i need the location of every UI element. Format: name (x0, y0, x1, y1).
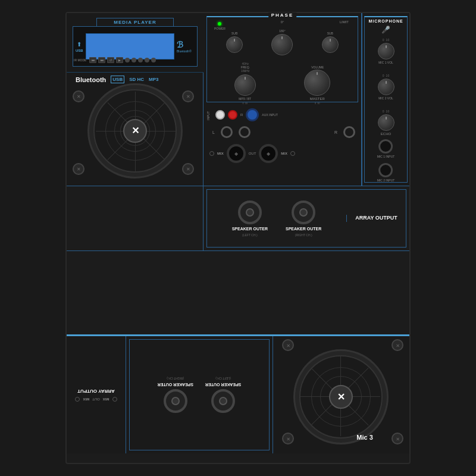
jack-l[interactable] (221, 126, 233, 138)
phase-main-knob[interactable] (271, 34, 293, 55)
speaker-right-group: SPEAKER OUTER (RIGHT CH.) (286, 201, 321, 237)
mic-panel: MICROPHONE 🎤 010 MIC 1 VOL 010 MIC 2 VOL (362, 13, 409, 186)
bluetooth-feature-label: Bluetooth (76, 76, 106, 83)
mic2-vol-label: MIC 2 VOL (378, 96, 393, 100)
mic2-input-jack[interactable] (378, 163, 393, 177)
sub-left-label: SUB (231, 32, 237, 35)
sub-left-knob[interactable] (226, 36, 243, 53)
array-output-panel: ARRAY OUTPUT (346, 215, 406, 222)
bluetooth-text: Bluetooth® (177, 49, 195, 53)
phase-label: PHASE (268, 12, 297, 18)
xlr-mix-section: MIX OUT MIX (209, 144, 355, 163)
bottom-fan-cross: ✕ (337, 392, 345, 403)
fan-outer: ✕ (87, 83, 183, 178)
bottom-sp-right: SPEAKER OUTER (RIGHT CH.) (158, 377, 193, 413)
bottom-sp-left-ch: (LEFT CH.) (215, 377, 230, 380)
r-label: R (240, 113, 243, 117)
ir-mode-label: IR MODE (74, 58, 86, 62)
mid-section: SPEAKER OUTER (LEFT CH.) SPEAKER OUTER (… (67, 186, 409, 251)
phase-main-group: 180° (271, 29, 293, 55)
rca-group: R AUX INPUT (215, 108, 278, 121)
bottom-sp-left-label: SPEAKER OUTER (205, 383, 241, 387)
speaker-right-label: SPEAKER OUTER (286, 227, 321, 231)
mix-label-left: MIX (217, 152, 224, 155)
sub-right-group: SUB (322, 32, 339, 53)
left-panel: MEDIA PLAYER ⬆ USB ℬ Bluetooth® IR MODE … (67, 13, 203, 186)
feature-labels: Bluetooth USB SD HC MP3 (76, 76, 159, 83)
phase-180-label: 180° (279, 29, 285, 33)
bottom-mix-dot-r (76, 397, 80, 402)
speaker-outputs: SPEAKER OUTER (LEFT CH.) SPEAKER OUTER (… (207, 195, 346, 243)
bottom-sp-right-label: SPEAKER OUTER (158, 383, 193, 387)
echo-knob[interactable] (378, 114, 394, 131)
ir-mode-row: IR MODE ⏮ ⏭ ↺ ▶ (74, 57, 156, 63)
sub-right-knob[interactable] (322, 36, 339, 53)
master-knob[interactable] (304, 70, 330, 96)
io-section: INPUT R AUX INPUT L (206, 105, 358, 183)
usb-label: USB (76, 49, 83, 52)
jack-r[interactable] (343, 126, 355, 138)
mic1-vol-label: MIC 1 VOL (378, 61, 393, 64)
mix-dot-right (290, 151, 295, 156)
rca-white-jack[interactable] (215, 110, 225, 120)
ctrl-dot1 (125, 58, 130, 62)
sub-left-group: SUB (226, 32, 243, 53)
speaker-output-section: SPEAKER OUTER (LEFT CH.) SPEAKER OUTER (… (206, 189, 406, 248)
bottom-sp-right-ch: (RIGHT CH.) (167, 377, 184, 380)
screw-top-left (73, 90, 84, 102)
aux-jack[interactable] (246, 108, 259, 121)
fan-cross-icon: ✕ (131, 125, 139, 136)
phase-outline: PHASE POWER 0° LIMIT SUB (206, 16, 358, 102)
xlr-large-left[interactable] (227, 144, 246, 163)
bottom-screw-br (282, 339, 294, 351)
bottom-screw-tr (282, 433, 294, 444)
mic1-vol-knob[interactable] (378, 43, 394, 60)
speaker-right-jack[interactable] (292, 201, 315, 224)
bluetooth-logo: ℬ (177, 40, 195, 49)
bottom-section: ✕ SPEAKE (67, 251, 409, 453)
echo-group: 010 ECHO (378, 109, 394, 136)
mic2-vol-knob[interactable] (378, 79, 394, 95)
mic2-input-label: MIC 2 INPUT (377, 178, 395, 182)
bottom-sp-left-jack[interactable] (211, 389, 235, 413)
speaker-left-label: SPEAKER OUTER (232, 227, 268, 231)
repeat-btn[interactable]: ↺ (107, 57, 114, 63)
rca-red-jack[interactable] (228, 110, 237, 120)
bottom-mix-section: MIX OUT MIX ARRAY OUTPUT (76, 388, 117, 402)
mic3-label: Mic 3 (356, 434, 373, 441)
mic3-area: Mic 3 (320, 421, 409, 453)
play-btn[interactable]: ▶ (116, 57, 123, 63)
bottom-out-label: OUT (92, 397, 100, 401)
bottom-sp-right-jack[interactable] (164, 389, 187, 413)
mic-panel-outline: MICROPHONE 🎤 010 MIC 1 VOL 010 MIC 2 VOL (364, 16, 408, 183)
out-label: OUT (249, 152, 256, 155)
next-btn[interactable]: ⏭ (98, 57, 105, 63)
xlr-large-right[interactable] (259, 144, 278, 163)
speaker-left-jack[interactable] (238, 201, 262, 224)
prev-btn[interactable]: ⏮ (89, 57, 96, 63)
limit-label: LIMIT (340, 20, 349, 24)
bottom-array-panel: MIX OUT MIX ARRAY OUTPUT (67, 336, 126, 453)
mic1-vol-group: 010 MIC 1 VOL (378, 38, 394, 64)
mic1-input-jack[interactable] (378, 139, 393, 154)
ctrl-dot4 (145, 58, 149, 62)
sd-feature-badge: SD HC (129, 77, 144, 82)
speaker-right-ch-label: (RIGHT CH.) (295, 233, 312, 237)
speaker-left-group: SPEAKER OUTER (LEFT CH.) (232, 201, 268, 237)
bottom-screw-bl (392, 339, 403, 351)
array-reflected-label: ARRAY OUTPUT (77, 388, 115, 394)
usb-icon: ⬆ (77, 41, 82, 48)
jack-l2[interactable] (239, 126, 250, 138)
l-label: L (212, 130, 215, 134)
mp3bt-knob[interactable] (234, 74, 256, 96)
device-panel: MEDIA PLAYER ⬆ USB ℬ Bluetooth® IR MODE … (65, 12, 411, 464)
master-group: MASTER 0 10 (304, 70, 330, 105)
aux-input-label: AUX INPUT (262, 113, 278, 117)
degree-0-label: 0° (281, 20, 284, 24)
mic1-input-group: MIC 1 INPUT (377, 139, 395, 158)
microphone-label: MICROPHONE (368, 19, 403, 23)
right-panel: PHASE POWER 0° LIMIT SUB (203, 13, 409, 186)
media-player-section: MEDIA PLAYER ⬆ USB ℬ Bluetooth® IR MODE … (67, 13, 203, 73)
speaker-left-ch-label: (LEFT CH.) (242, 233, 257, 237)
mix-dot-left (209, 151, 214, 156)
